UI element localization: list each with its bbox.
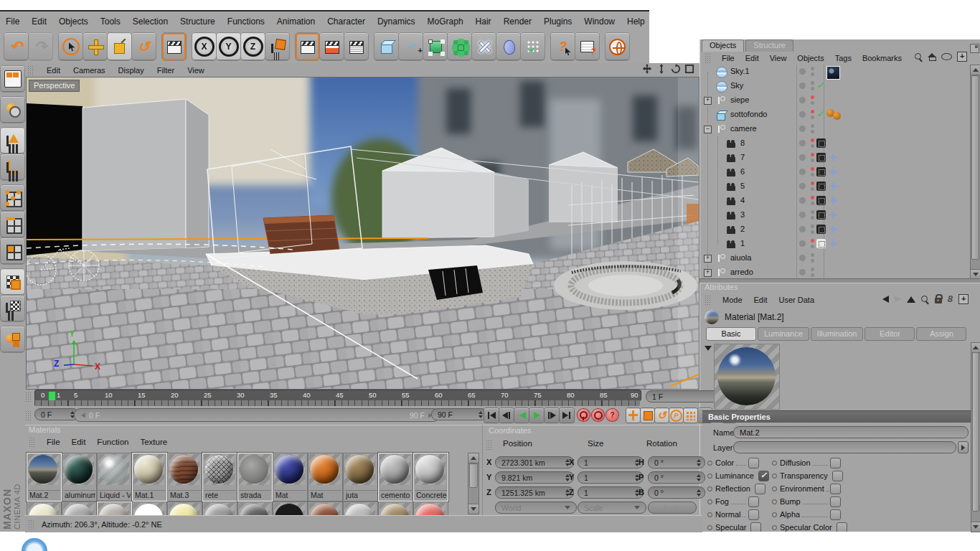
material-item[interactable] (167, 501, 202, 516)
tree-row-camera-4[interactable]: 4 (702, 194, 970, 208)
coordinate-system-button[interactable] (265, 33, 289, 60)
material-item[interactable]: Mat.3 (167, 453, 202, 501)
scrollbar-thumb[interactable] (971, 75, 979, 260)
checkbox[interactable] (830, 496, 841, 507)
history-forward-icon[interactable] (895, 296, 901, 303)
material-item[interactable] (413, 501, 448, 516)
star-tag-icon[interactable] (828, 238, 839, 249)
rotation-p-field[interactable]: 0 ° (648, 471, 705, 484)
texture-mode-button[interactable] (1, 269, 24, 295)
timeline-ruler[interactable]: 0 1 5 10 15 20 25 30 35 40 45 50 55 60 6… (25, 389, 699, 406)
rotate-tool-button[interactable]: ↺ (132, 33, 156, 60)
scale-mode-select[interactable]: Scale (578, 501, 646, 514)
editor-visibility-dot[interactable] (811, 67, 814, 70)
edge-mode-button[interactable] (1, 212, 24, 237)
live-selection-button[interactable] (59, 33, 83, 60)
key-position-button[interactable] (626, 408, 640, 423)
channel-specular[interactable]: Specular (707, 522, 759, 532)
frame-ruler[interactable]: 0 1 5 10 15 20 25 30 35 40 45 50 55 60 6… (34, 390, 641, 401)
pan-view-icon[interactable] (642, 64, 652, 74)
tab-luminance[interactable]: Luminance (758, 327, 809, 341)
collapse-icon[interactable] (704, 126, 712, 133)
enable-dot[interactable] (799, 183, 806, 189)
om-menu-objects[interactable]: Objects (797, 54, 824, 62)
scrollbar-thumb[interactable] (972, 352, 979, 512)
tree-row-camera-1[interactable]: 1 (702, 237, 970, 251)
add-cube-button[interactable] (374, 33, 398, 60)
check-tag-icon[interactable] (816, 110, 826, 119)
scroll-up-icon[interactable] (971, 343, 980, 353)
render-visibility-dot[interactable] (811, 187, 814, 191)
goto-end-button[interactable] (560, 408, 574, 423)
layer-browse-icon[interactable] (958, 441, 969, 453)
size-y-field[interactable]: 1 (578, 471, 644, 484)
menu-functions[interactable]: Functions (227, 17, 265, 27)
checkbox[interactable] (750, 522, 761, 532)
checkbox[interactable] (830, 484, 841, 494)
drag-handle[interactable] (705, 53, 711, 63)
editor-visibility-dot[interactable] (811, 268, 814, 271)
add-deformer-button[interactable] (472, 33, 496, 60)
home-icon[interactable] (928, 53, 936, 61)
checkbox[interactable] (755, 484, 765, 494)
menu-plugins[interactable]: Plugins (544, 17, 572, 27)
goto-start-button[interactable] (484, 408, 499, 423)
material-item[interactable]: strada (237, 453, 273, 501)
render-picture-viewer-button[interactable] (320, 33, 344, 60)
material-item[interactable] (132, 501, 167, 516)
autokey-button[interactable] (592, 409, 604, 421)
key-pla-button[interactable] (684, 408, 697, 423)
enable-dot[interactable] (799, 212, 806, 218)
om-menu-bookmarks[interactable]: Bookmarks (862, 54, 902, 62)
editor-visibility-dot[interactable] (811, 124, 814, 128)
editor-visibility-dot[interactable] (811, 239, 814, 242)
material-item[interactable] (97, 501, 132, 516)
render-visibility-dot[interactable] (811, 87, 814, 90)
editor-visibility-dot[interactable] (811, 138, 814, 142)
render-visibility-dot[interactable] (811, 259, 814, 263)
range-left-arrow-icon[interactable] (81, 413, 85, 418)
tree-row-camera-2[interactable]: 2 (702, 222, 970, 237)
enable-dot[interactable] (799, 169, 806, 175)
enable-dot[interactable] (799, 111, 806, 118)
menu-hair[interactable]: Hair (476, 17, 491, 27)
star-tag-icon[interactable] (828, 181, 839, 192)
key-rotation-button[interactable]: ↺ (655, 408, 669, 423)
collapse-preview-icon[interactable] (705, 346, 712, 351)
target-tag-icon[interactable] (816, 138, 826, 148)
target-tag-icon[interactable] (816, 153, 826, 162)
editor-visibility-dot[interactable] (811, 210, 814, 214)
channel-diffusion[interactable]: Diffusion (772, 457, 841, 468)
frame-range-slider[interactable]: 0 F 90 F (74, 408, 440, 422)
position-z-field[interactable]: 1251.325 km (495, 486, 574, 499)
editor-visibility-dot[interactable] (811, 167, 814, 171)
star-tag-icon[interactable] (828, 152, 839, 163)
render-visibility-dot[interactable] (811, 130, 814, 133)
checkbox[interactable] (830, 458, 841, 468)
channel-bump[interactable]: Bump (772, 496, 841, 507)
content-browser-button[interactable] (575, 33, 599, 60)
editor-visibility-dot[interactable] (811, 196, 814, 199)
expand-icon[interactable] (704, 97, 712, 105)
channel-transparency[interactable]: Transparency (772, 470, 841, 481)
enable-dot[interactable] (799, 140, 806, 146)
star-tag-icon[interactable] (828, 224, 839, 235)
viewport-menu-display[interactable]: Display (118, 66, 144, 75)
channel-color[interactable]: Color (707, 457, 759, 468)
tree-row-camera-5[interactable]: 5 (702, 179, 970, 194)
material-item[interactable]: Mat.1 (132, 453, 167, 501)
render-visibility-dot[interactable] (811, 159, 814, 162)
material-item[interactable] (273, 501, 308, 516)
position-y-field[interactable]: 9.821 km (495, 471, 574, 484)
om-menu-edit[interactable]: Edit (745, 54, 759, 62)
editor-visibility-dot[interactable] (811, 253, 814, 257)
target-tag-icon[interactable] (816, 210, 826, 220)
menu-file[interactable]: File (6, 17, 19, 27)
render-visibility-dot[interactable] (811, 216, 814, 220)
play-backwards-button[interactable] (514, 408, 529, 423)
add-modeling-object-button[interactable] (448, 33, 471, 60)
checkbox-checked[interactable] (758, 471, 769, 481)
star-tag-icon[interactable] (828, 209, 839, 220)
menu-tools[interactable]: Tools (100, 17, 121, 27)
channel-specular-color[interactable]: Specular Color (772, 522, 841, 532)
